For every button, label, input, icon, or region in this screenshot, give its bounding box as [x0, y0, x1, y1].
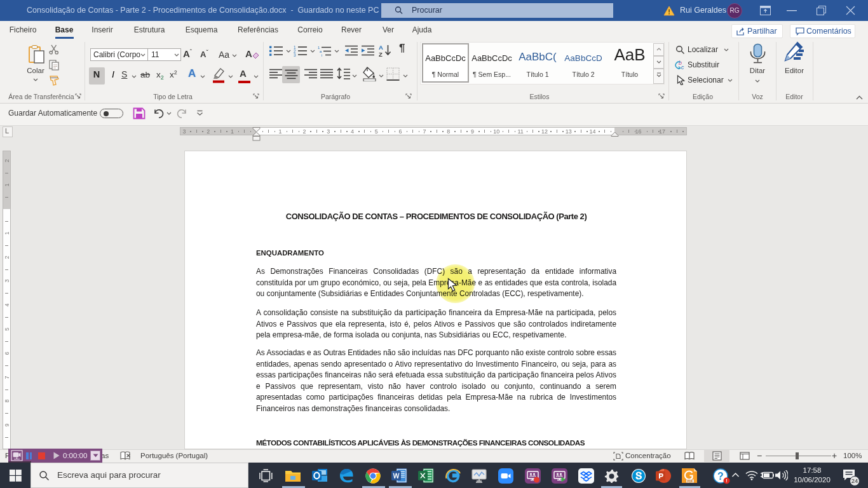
svg-text:PDF: PDF — [688, 480, 693, 483]
svg-text:?: ? — [717, 471, 724, 482]
svg-text:c: c — [681, 64, 684, 71]
svg-text:!: ! — [726, 478, 728, 484]
svg-text:Z: Z — [379, 51, 383, 57]
svg-text:A: A — [379, 44, 383, 51]
svg-text:i: i — [322, 53, 322, 57]
svg-text:3: 3 — [294, 53, 296, 57]
